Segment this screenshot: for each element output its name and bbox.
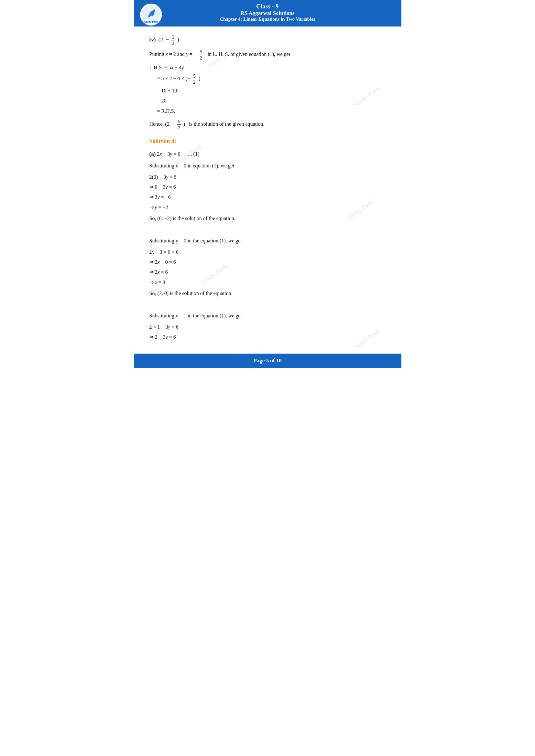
sub-x1-eq2: ⇒ 2 − 3y = 6 <box>150 333 386 341</box>
part-v-point: ​(2, − 52 ) <box>158 37 179 43</box>
header-chapter: Chapter 4: Linear Equations in Two Varia… <box>140 16 395 22</box>
sub-x0-text: Substituting x = 0 in equation (1), we g… <box>150 161 386 170</box>
sub-y0-text: Substituting y = 0 in the equation (1), … <box>150 236 386 245</box>
page-number: Page 5 of 10 <box>253 358 281 364</box>
part-a-equation: (a) 2x − 3y = 6 ... (1) <box>150 149 386 159</box>
studypath-logo-icon: Study Path <box>140 3 162 26</box>
header-text-block: Class - 9 RS Aggarwal Solutions Chapter … <box>140 3 395 22</box>
logo-area: Study Path <box>140 3 162 27</box>
header-book: RS Aggarwal Solutions <box>140 10 395 16</box>
sub-x1-text: Substituting x = 1 in the equation (1), … <box>150 311 386 320</box>
part-v-header: (v) ​(2, − 52 ) <box>150 34 386 46</box>
putting-text: Putting x = 2 and y = − 52 in L. H. S. o… <box>150 49 386 61</box>
page-header: Study Path Class - 9 RS Aggarwal Solutio… <box>134 0 401 26</box>
part-v-label: (v) <box>150 37 156 43</box>
sub-y0-eq1: 2x − 3 × 0 = 6 <box>150 248 386 256</box>
sub-x0-eq2: ⇒ 0 − 3y = 6 <box>150 183 386 191</box>
sub-x0-eq1: 2(0) − 3y = 6 <box>150 173 386 181</box>
page-footer: Page 5 of 10 <box>134 354 401 368</box>
sub-y0-eq3: ⇒ 2x = 6 <box>150 268 386 276</box>
hence-text: Hence, (2, − 52 ) is the solution of the… <box>150 119 386 131</box>
lhs-eq2: = 5 × 2 − 4 × (− 52 ) <box>157 73 386 85</box>
sub-x0-eq4: ⇒ y = −2 <box>150 203 386 212</box>
solution4-heading: Solution 4: <box>150 136 386 147</box>
sub-x0-solution: So, (0, −2) is the solution of the equat… <box>150 214 386 223</box>
header-class: Class - 9 <box>140 3 395 10</box>
sub-x1-eq1: 2 × 1 − 3y = 6 <box>150 323 386 331</box>
sub-y0-solution: So, (3, 0) is the solution of the equati… <box>150 289 386 298</box>
sub-x0-eq3: ⇒ 3y = −6 <box>150 193 386 202</box>
sub-y0-eq2: ⇒ 2x − 0 = 6 <box>150 257 386 266</box>
lhs-eq1: L.H.S. = 5x − 4y <box>150 63 386 72</box>
lhs-eq5: = R.H.S. <box>157 107 386 115</box>
sub-y0-eq4: ⇒ x = 3 <box>150 278 386 287</box>
lhs-eq3: = 10 + 10 <box>157 86 386 95</box>
main-content: Study Path Study Path Study Path Study P… <box>134 26 401 350</box>
svg-text:Study Path: Study Path <box>144 20 158 23</box>
lhs-eq4: = 20 <box>157 96 386 105</box>
